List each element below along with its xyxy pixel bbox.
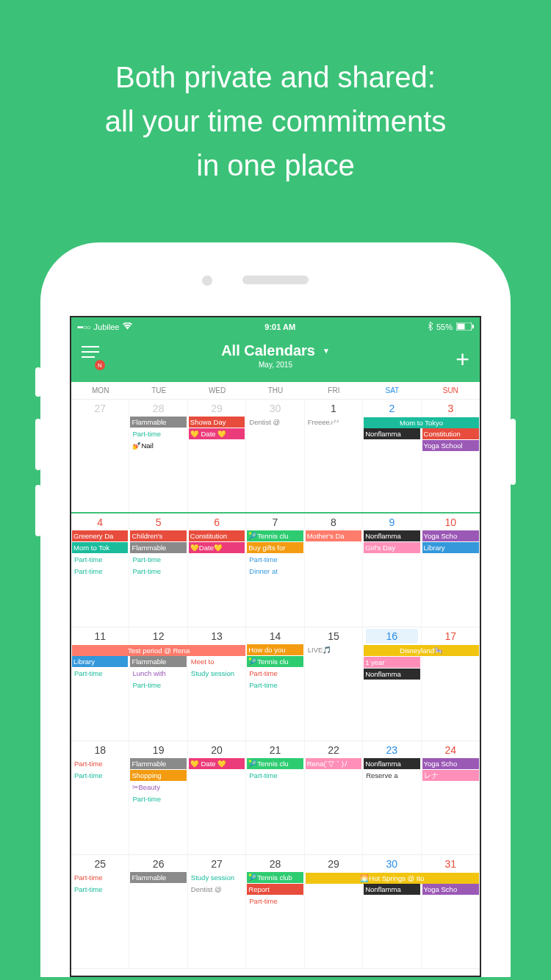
calendar-event[interactable]: Nonflamma [364, 428, 419, 439]
calendar-day-cell[interactable]: 24Yoga Schoレナ [422, 741, 480, 854]
calendar-day-cell[interactable]: 27Study sessionDentist @ [188, 855, 246, 968]
calendar-event[interactable]: Part-time [72, 554, 128, 565]
calendar-day-cell[interactable]: 22Rena(´▽｀)ﾉ [305, 741, 363, 854]
calendar-event[interactable]: 💛Date💛 [189, 542, 245, 553]
calendar-event[interactable]: ✂Beauty [130, 782, 186, 793]
calendar-event[interactable]: Nonflamma [364, 884, 419, 895]
calendar-event[interactable]: Part-time [247, 896, 303, 907]
calendar-event[interactable]: Girl's Day [364, 542, 419, 553]
calendar-day-cell[interactable]: 18Part-timePart-time [71, 741, 129, 854]
calendar-event[interactable]: 💛 Date 💛 [189, 428, 245, 439]
calendar-day-cell[interactable]: 28FlammablePart-time💅Nail [129, 400, 187, 512]
calendar-event[interactable]: Flammable [130, 758, 186, 769]
calendar-event[interactable]: How do you [247, 644, 303, 655]
calendar-event[interactable]: Flammable [130, 417, 186, 428]
calendar-day-cell[interactable]: 28🎾Tennis clubReportPart-time [246, 855, 304, 968]
calendar-event[interactable]: Part-time [247, 680, 303, 691]
calendar-event[interactable]: Freeee♪ᶻᶻ [306, 417, 361, 428]
calendar-day-cell[interactable]: 7🎾Tennis cluBuy gifts forPart-timeDinner… [246, 514, 304, 627]
calendar-day-cell[interactable]: 6Constitution💛Date💛 [188, 514, 246, 627]
calendar-event[interactable]: Lunch with [130, 668, 186, 679]
calendar-event[interactable]: Yoga School [422, 440, 479, 451]
calendar-event[interactable]: Nonflamma [364, 530, 419, 541]
calendar-event[interactable]: Part-time [72, 668, 128, 679]
calendar-day-cell[interactable]: 5Children'sFlammablePart-timePart-time [129, 514, 187, 627]
calendar-event[interactable]: 1 year [364, 657, 419, 668]
calendar-day-cell[interactable]: 10Yoga SchoLibrary [422, 514, 480, 627]
calendar-event[interactable]: 🎾Tennis clu [247, 656, 303, 667]
calendar-event[interactable]: 💅Nail [130, 440, 186, 451]
calendar-event[interactable]: Reserve a [364, 770, 419, 781]
calendar-event[interactable]: Library [422, 542, 479, 553]
calendar-day-cell[interactable]: 26Flammable [129, 855, 187, 968]
calendar-event[interactable]: Yoga Scho [422, 530, 479, 541]
calendar-day-cell[interactable]: 21🎾Tennis cluPart-time [246, 741, 304, 854]
calendar-event-span[interactable]: 🌅Hot Springs @ Ito [306, 873, 479, 884]
calendar-day-cell[interactable]: 9NonflammaGirl's Day [363, 514, 421, 627]
calendar-event[interactable]: Yoga Scho [422, 884, 479, 895]
calendar-day-cell[interactable]: 2Nonflamma [363, 400, 421, 512]
menu-button[interactable]: N [82, 351, 102, 367]
calendar-event[interactable]: Greenery Da [72, 530, 128, 541]
calendar-day-cell[interactable]: 1Freeee♪ᶻᶻ [305, 400, 363, 512]
calendar-event[interactable]: Part-time [130, 793, 186, 804]
calendar-event[interactable]: Report [247, 884, 303, 895]
calendar-event[interactable]: Part-time [247, 770, 303, 781]
calendar-event[interactable]: Nonflamma [364, 758, 419, 769]
calendar-event[interactable]: Part-time [130, 566, 186, 577]
calendar-event[interactable]: Constitution [189, 530, 245, 541]
calendar-day-cell[interactable]: 4Greenery DaMom to TokPart-timePart-time [71, 514, 129, 627]
calendar-event[interactable]: Flammable [130, 872, 186, 883]
calendar-event[interactable]: Dentist @ [247, 417, 303, 428]
calendar-event[interactable]: Nonflamma [364, 669, 419, 680]
calendar-event[interactable]: Shopping [130, 770, 186, 781]
calendar-event[interactable]: Part-time [130, 680, 186, 691]
calendar-event-span[interactable]: Disneyland🎠 [364, 645, 479, 656]
calendar-event[interactable]: Showa Day [189, 417, 245, 428]
calendar-event[interactable]: Dinner at [247, 566, 303, 577]
calendar-event[interactable]: Part-time [72, 884, 128, 895]
calendar-event[interactable]: Rena(´▽｀)ﾉ [306, 758, 361, 769]
calendar-event[interactable]: Constitution [422, 428, 479, 439]
calendar-event[interactable]: Study session [189, 668, 245, 679]
calendar-event[interactable]: Part-time [247, 668, 303, 679]
calendar-event[interactable]: レナ [422, 770, 479, 781]
calendar-event[interactable]: LIVE🎵 [306, 644, 361, 655]
calendar-event[interactable]: Part-time [130, 554, 186, 565]
calendar-event[interactable]: Part-time [130, 428, 186, 439]
calendar-day-cell[interactable]: 23NonflammaReserve a [363, 741, 421, 854]
calendar-day-cell[interactable]: 30Dentist @ [246, 400, 304, 512]
calendar-event[interactable]: Part-time [72, 758, 128, 769]
calendar-event[interactable]: Part-time [72, 872, 128, 883]
calendar-day-cell[interactable]: 15LIVE🎵 [305, 627, 363, 741]
calendar-event[interactable]: 🎾Tennis clu [247, 758, 303, 769]
calendar-event[interactable]: Meet to [189, 656, 245, 667]
calendar-event[interactable]: Study session [189, 872, 245, 883]
calendar-event[interactable]: 🎾Tennis club [247, 872, 303, 883]
calendar-day-cell[interactable]: 3ConstitutionYoga School [422, 400, 480, 512]
calendar-event[interactable]: 💛 Date 💛 [189, 758, 245, 769]
calendar-event-span[interactable]: Mom to Tokyo [364, 417, 479, 428]
calendar-day-cell[interactable]: 19FlammableShopping✂BeautyPart-time [129, 741, 187, 854]
calendar-event[interactable]: Part-time [72, 566, 128, 577]
calendar-event[interactable]: Library [72, 656, 128, 667]
calendar-day-cell[interactable]: 14How do you🎾Tennis cluPart-timePart-tim… [246, 627, 304, 741]
calendar-event[interactable]: 🎾Tennis clu [247, 530, 303, 541]
calendar-event-span[interactable]: Test period @ Rena [72, 645, 245, 656]
calendar-day-cell[interactable]: 25Part-timePart-time [71, 855, 129, 968]
calendar-event[interactable]: Yoga Scho [422, 758, 479, 769]
calendar-event[interactable]: Mom to Tok [72, 542, 128, 553]
calendar-event[interactable]: Buy gifts for [247, 542, 303, 553]
add-button[interactable]: + [455, 346, 469, 373]
nav-title-dropdown[interactable]: All Calendars ▼ May, 2015 [221, 342, 330, 369]
calendar-day-cell[interactable]: 20💛 Date 💛 [188, 741, 246, 854]
calendar-day-cell[interactable]: 29Showa Day💛 Date 💛 [188, 400, 246, 512]
calendar-event[interactable]: Children's [130, 530, 186, 541]
calendar-event[interactable]: Part-time [72, 770, 128, 781]
calendar-event[interactable]: Flammable [130, 542, 186, 553]
calendar-event[interactable]: Dentist @ [189, 884, 245, 895]
calendar-event[interactable]: Part-time [247, 554, 303, 565]
calendar-event[interactable]: Flammable [130, 656, 186, 667]
calendar-event[interactable]: Mother's Da [306, 530, 361, 541]
calendar-day-cell[interactable]: 27 [71, 400, 129, 512]
